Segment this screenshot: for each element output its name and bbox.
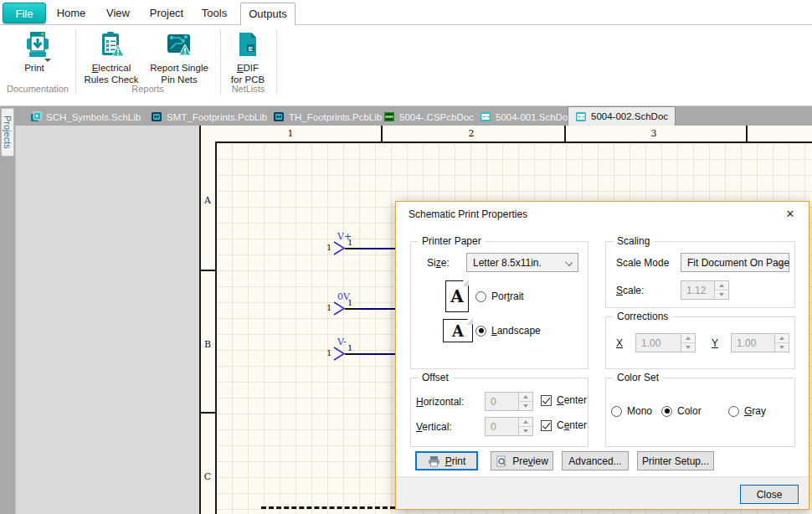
advanced-button[interactable]: Advanced... xyxy=(562,451,629,470)
pin-number: 1 xyxy=(326,243,331,252)
doc-tab-label: 5004-002.SchDoc xyxy=(591,111,668,121)
edif-for-pcb-button[interactable]: E EDIF for PCB xyxy=(226,28,270,85)
spin-up-icon[interactable] xyxy=(775,334,789,343)
menu-tab-view[interactable]: View xyxy=(97,3,139,25)
print-dialog-button[interactable]: Print xyxy=(415,451,478,470)
spin-down-icon[interactable] xyxy=(715,290,728,299)
color-radio[interactable]: Color xyxy=(661,405,702,417)
printer-setup-button[interactable]: Printer Setup... xyxy=(637,451,714,470)
portrait-radio[interactable]: Portrait xyxy=(475,290,524,302)
doc-tab-5004-002-schdoc-active[interactable]: 5004-002.SchDoc xyxy=(568,106,676,126)
center-label: Center xyxy=(557,394,587,406)
paper-size-select[interactable]: Letter 8.5x11in. xyxy=(466,253,578,272)
spin-down-icon[interactable] xyxy=(775,343,789,352)
radio-icon xyxy=(475,326,486,337)
scale-label: Scale: xyxy=(616,285,644,296)
projects-panel-tab[interactable]: Projects xyxy=(1,108,14,157)
doc-tab-5004-001-schdoc[interactable]: 5004-001.SchDoc xyxy=(473,108,579,126)
doc-tab-smt-footprints[interactable]: SMT_Footprints.PcbLib xyxy=(144,108,274,126)
doc-tab-label: 5004-001.SchDoc xyxy=(496,112,573,122)
scale-spinner[interactable]: 1.12 xyxy=(681,280,729,300)
preview-button[interactable]: Preview xyxy=(491,451,553,470)
zone-tick xyxy=(746,126,748,143)
sheet-port-vminus[interactable]: V- 1 1 xyxy=(333,337,400,378)
correction-x-spinner[interactable]: 1.00 xyxy=(635,333,696,352)
scale-value: 1.12 xyxy=(681,281,714,299)
svg-text:E: E xyxy=(249,45,254,53)
spin-down-icon[interactable] xyxy=(681,343,695,352)
group-label-documentation: Documentation xyxy=(0,84,75,94)
size-label: Size: xyxy=(427,257,450,269)
doc-tab-label: SCH_Symbols.SchLib xyxy=(46,112,141,122)
group-title: Scaling xyxy=(613,235,654,247)
spin-down-icon[interactable] xyxy=(519,402,532,410)
spin-up-icon[interactable] xyxy=(715,281,728,290)
pcbdoc-icon xyxy=(383,111,395,122)
mono-radio[interactable]: Mono xyxy=(611,405,652,417)
electrical-rules-check-button[interactable]: Electrical Rules Check xyxy=(82,28,141,85)
dialog-title-bar[interactable]: Schematic Print Properties ✕ xyxy=(396,202,809,227)
sidebar-strip: Projects xyxy=(0,106,15,514)
zone-tick xyxy=(564,126,566,143)
menu-tab-outputs[interactable]: Outputs xyxy=(240,3,296,26)
wire[interactable] xyxy=(357,353,395,355)
preview-icon xyxy=(496,455,507,467)
spin-up-icon[interactable] xyxy=(519,418,532,427)
sheet-port-0v[interactable]: 0V 1 1 xyxy=(333,291,400,333)
spinner-buttons[interactable] xyxy=(518,418,532,435)
group-label-reports: Reports xyxy=(75,84,220,94)
spinner-buttons[interactable] xyxy=(681,334,695,352)
report-single-pin-nets-button[interactable]: Report Single Pin Nets xyxy=(146,28,213,85)
spin-down-icon[interactable] xyxy=(519,427,532,435)
center-horizontal-checkbox[interactable]: Center xyxy=(541,394,587,406)
zone-column-label: 3 xyxy=(645,128,662,139)
schlib-icon xyxy=(30,111,42,122)
doc-tab-label: SMT_Footprints.PcbLib xyxy=(167,112,267,122)
wire[interactable] xyxy=(357,248,395,249)
print-button[interactable]: Print xyxy=(10,28,65,74)
gray-radio[interactable]: Gray xyxy=(728,405,766,417)
radio-icon xyxy=(611,406,622,417)
zone-row-label: B xyxy=(199,339,216,350)
wire[interactable] xyxy=(357,308,395,310)
correction-y-value: 1.00 xyxy=(732,334,774,352)
close-button[interactable]: Close xyxy=(740,485,799,504)
menu-tab-tools[interactable]: Tools xyxy=(193,3,236,25)
dialog-title: Schematic Print Properties xyxy=(409,208,527,220)
preview-button-label: Preview xyxy=(512,455,548,467)
menu-tab-home[interactable]: Home xyxy=(49,3,94,25)
menu-file-button[interactable]: File xyxy=(3,3,46,23)
dropdown-arrow-icon[interactable] xyxy=(44,59,51,74)
report-label-line1: Report Single xyxy=(150,63,208,73)
close-icon[interactable]: ✕ xyxy=(782,207,799,222)
zone-row-label: A xyxy=(199,195,216,206)
sheet-port-vplus[interactable]: V+ 1 1 xyxy=(333,231,400,273)
zone-tick xyxy=(199,270,216,271)
radio-icon xyxy=(728,406,739,417)
doc-tab-label: TH_Footprints.PcbLib xyxy=(289,112,382,122)
checkbox-icon xyxy=(541,420,552,431)
menu-tab-project[interactable]: Project xyxy=(142,3,191,25)
landscape-label: Landscape xyxy=(491,325,541,337)
spin-up-icon[interactable] xyxy=(519,393,532,402)
spinner-buttons[interactable] xyxy=(518,393,532,410)
doc-tab-th-footprints[interactable]: TH_Footprints.PcbLib xyxy=(266,108,388,126)
color-label: Color xyxy=(677,405,702,417)
zone-column-label: 2 xyxy=(463,128,480,139)
spin-up-icon[interactable] xyxy=(681,334,695,343)
print-button-label: Print xyxy=(445,455,466,467)
group-title: Printer Paper xyxy=(418,235,486,247)
vertical-offset-spinner[interactable]: 0 xyxy=(485,417,533,436)
landscape-radio[interactable]: Landscape xyxy=(475,325,541,337)
pin-number: 1 xyxy=(347,343,352,352)
doc-tab-sch-symbols[interactable]: SCH_Symbols.SchLib xyxy=(23,108,147,126)
correction-y-spinner[interactable]: 1.00 xyxy=(731,333,789,352)
group-title: Offset xyxy=(418,372,453,383)
vertical-offset-value: 0 xyxy=(486,418,518,435)
spinner-buttons[interactable] xyxy=(714,281,728,299)
horizontal-offset-spinner[interactable]: 0 xyxy=(485,392,533,411)
spinner-buttons[interactable] xyxy=(774,334,789,352)
doc-tab-5004-pcbdoc[interactable]: 5004-.CSPcbDoc xyxy=(377,108,481,126)
scale-mode-select[interactable]: Fit Document On Page xyxy=(681,253,789,272)
center-vertical-checkbox[interactable]: Center xyxy=(541,419,587,431)
